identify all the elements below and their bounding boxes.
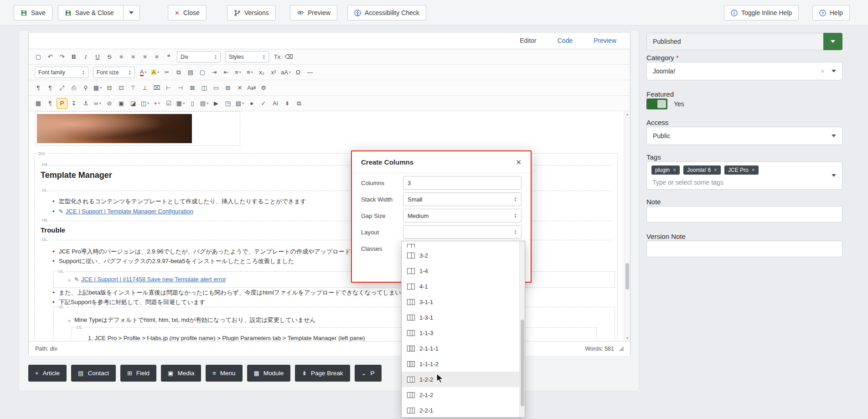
iframe-icon[interactable]: ◳ [222, 98, 233, 109]
font-size-select[interactable]: Font size [93, 67, 135, 78]
highlight-color-icon[interactable]: A [150, 67, 160, 78]
resize-grip[interactable] [619, 346, 624, 351]
blockquote-icon[interactable]: ❝ [163, 52, 174, 62]
styles-select[interactable]: Styles [225, 51, 269, 62]
columns-layout-icon[interactable]: ◫ [140, 98, 150, 109]
access-select[interactable]: Public [646, 127, 842, 145]
layout-option-partial[interactable] [402, 241, 519, 248]
spellcheck-icon[interactable]: ✓ [258, 98, 269, 109]
layout-option[interactable]: 1-3-1 [402, 310, 519, 325]
editor-tab[interactable]: Code [558, 37, 573, 44]
layout-option[interactable]: 1-4 [402, 263, 519, 279]
toggle-inline-help-button[interactable]: Toggle Inline Help [724, 5, 799, 21]
tags-placeholder[interactable]: Type or select some tags [652, 179, 723, 186]
paste-icon[interactable]: ▤ [185, 67, 196, 78]
anchor-icon[interactable]: ⚓ [80, 98, 91, 109]
table-delete-icon[interactable]: ✕ [234, 83, 245, 93]
paragraph-ltr-icon[interactable]: ¶ [33, 83, 44, 93]
note-input[interactable] [646, 206, 842, 222]
editor-insert-button[interactable]: ⊞ Field [120, 365, 156, 382]
align-right-icon[interactable]: ≡ [140, 52, 150, 62]
bold-icon[interactable]: B [68, 52, 79, 62]
close-button[interactable]: Close [168, 5, 207, 21]
table-insert-col-before-icon[interactable]: ⊢ [163, 83, 174, 93]
preferences-icon[interactable]: ⚙ [258, 83, 269, 93]
columns-input[interactable] [403, 176, 522, 190]
tag-remove-icon[interactable] [752, 167, 755, 173]
italic-icon[interactable]: I [80, 52, 91, 62]
copy-icon[interactable]: ⧉ [173, 67, 184, 78]
redo-icon[interactable]: ↷ [57, 52, 67, 62]
version-note-input[interactable] [646, 241, 842, 257]
chevron-down-icon[interactable] [832, 174, 836, 177]
table-grid-icon[interactable]: ▦ [175, 98, 186, 109]
table-icon[interactable]: ▦ [92, 83, 103, 93]
paste-text-icon[interactable]: ▢ [197, 67, 208, 78]
print-icon[interactable]: ⎙ [68, 83, 79, 93]
versions-button[interactable]: Versions [227, 5, 276, 21]
columns-manager-icon[interactable]: ▦ [33, 98, 44, 109]
layout-option[interactable]: 1-1-1-2 [402, 356, 519, 372]
clear-icon[interactable]: × [821, 68, 824, 75]
table-insert-col-after-icon[interactable]: ⊣ [175, 83, 186, 93]
layout-option[interactable]: 1-2-2 [402, 372, 519, 387]
fullscreen-icon[interactable]: ⤢ [57, 83, 67, 93]
language-icon[interactable]: A⇄ [246, 83, 257, 93]
tag-remove-icon[interactable] [673, 167, 676, 173]
horizontal-rule-icon[interactable]: — [305, 67, 315, 78]
scrollbar-thumb[interactable] [521, 320, 524, 406]
stack-width-select[interactable]: Small [403, 192, 522, 206]
table-insert-row-below-icon[interactable]: ⊥ [140, 83, 150, 93]
layout-select[interactable] [403, 225, 522, 239]
block-format-select[interactable]: Div [177, 51, 221, 62]
table-row-properties-icon[interactable]: ⊟ [104, 83, 115, 93]
save-close-button[interactable]: Save & Close [58, 5, 140, 21]
table-merge-cells-icon[interactable]: ▭ [211, 83, 222, 93]
insert-plus-icon[interactable]: + [151, 98, 162, 109]
checkbox-icon[interactable]: ☑ [163, 98, 174, 109]
table-insert-icon[interactable]: ⊞ [222, 83, 233, 93]
text-color-icon[interactable]: A [138, 67, 149, 78]
featured-toggle[interactable] [646, 98, 667, 109]
editor-insert-button[interactable]: ▦ Module [247, 365, 291, 382]
editor-insert-button[interactable]: ⌄ P [355, 365, 382, 382]
link-icon[interactable]: ∞ [92, 98, 103, 109]
strikethrough-icon[interactable]: S [104, 52, 115, 62]
table-delete-row-icon[interactable]: ⌧ [151, 83, 162, 93]
layout-option[interactable]: 1-1-3 [402, 325, 519, 341]
dropdown-scrollbar[interactable] [519, 241, 525, 417]
preview-button[interactable]: Preview [290, 5, 337, 21]
layout-option[interactable]: 4-1 [402, 279, 519, 294]
font-family-select[interactable]: Font family [35, 67, 88, 78]
table-split-cells-icon[interactable]: ◫ [199, 83, 210, 93]
gap-size-select[interactable]: Medium [403, 209, 522, 222]
unlink-icon[interactable]: ⊘ [104, 98, 115, 109]
subscript-icon[interactable]: x₂ [256, 67, 267, 78]
layout-option[interactable]: 2-2-1 [402, 403, 519, 418]
bullet-list-icon[interactable]: ≡ [244, 67, 255, 78]
search-replace-icon[interactable]: ⚲ [80, 83, 91, 93]
layout-option[interactable]: 2-1-1-1 [402, 341, 519, 356]
editor-tab[interactable]: Preview [594, 37, 616, 44]
align-center-icon[interactable]: ≡ [128, 52, 139, 62]
case-change-icon[interactable]: aA [280, 67, 292, 78]
superscript-icon[interactable]: x² [268, 67, 279, 78]
layout-option[interactable]: 3-2 [402, 248, 519, 263]
layout-option[interactable]: 3-1-1 [402, 294, 519, 310]
layout-option[interactable]: 2-1-2 [402, 387, 519, 403]
support-link[interactable]: JCE | Support | Template Manager Configu… [66, 208, 193, 215]
export-icon[interactable]: ↧ [68, 98, 79, 109]
status-select[interactable]: Published [646, 33, 842, 50]
table-delete-col-icon[interactable]: ⊠ [187, 83, 198, 93]
undo-icon[interactable]: ↶ [45, 52, 56, 62]
paragraph-rtl-icon[interactable]: ¶ [45, 83, 56, 93]
editor-tab[interactable]: Editor [520, 37, 537, 44]
status-select-toggle[interactable] [823, 33, 842, 50]
pagebreak-icon[interactable]: ⇟ [282, 98, 293, 109]
scrollbar-thumb[interactable] [625, 263, 629, 290]
image-icon[interactable]: ▣ [116, 98, 127, 109]
photo-icon[interactable]: ◪ [128, 98, 139, 109]
category-select[interactable]: Joomla! × [646, 62, 842, 80]
cut-icon[interactable]: ✂ [161, 67, 172, 78]
support-link[interactable]: JCE | Support | #117458 Save new Templat… [81, 276, 226, 283]
